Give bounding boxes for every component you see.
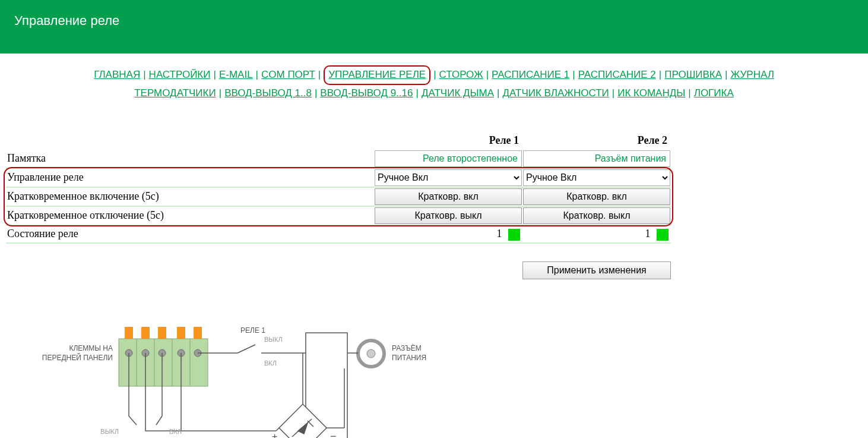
svg-rect-8 (177, 327, 185, 339)
col-header-relay-1: Реле 1 (374, 132, 522, 150)
nav-link[interactable]: ЖУРНАЛ (730, 69, 774, 80)
state-value-relay-1: 1 (497, 228, 502, 240)
page-header: Управление реле (0, 0, 868, 53)
row-label-short-on: Кратковременное включение (5с) (6, 187, 374, 206)
svg-text:+: + (272, 431, 277, 438)
svg-text:−: − (330, 430, 337, 438)
svg-text:РЕЛЕ 1: РЕЛЕ 1 (240, 326, 265, 335)
svg-text:ВКЛ: ВКЛ (264, 360, 277, 367)
nav-link[interactable]: E-MAIL (219, 69, 253, 80)
nav-link[interactable]: НАСТРОЙКИ (149, 69, 211, 80)
nav-link[interactable]: ИК КОМАНДЫ (617, 87, 685, 99)
nav-link-active: УПРАВЛЕНИЕ РЕЛЕ (324, 65, 430, 85)
short-off-button-relay-1[interactable]: Кратковр. выкл (375, 207, 522, 224)
nav-link[interactable]: ЛОГИКА (694, 87, 734, 99)
col-header-relay-2: Реле 2 (522, 132, 671, 150)
nav-link[interactable]: СТОРОЖ (439, 69, 483, 80)
row-label-state: Состояние реле (6, 225, 374, 243)
nav-link[interactable]: ВВОД-ВЫВОД 9..16 (320, 87, 413, 99)
schematic-diagram: КЛЕММЫ НА ПЕРЕДНЕЙ ПАНЕЛИ РЕЛЕ 1 ВЫКЛ ВК… (42, 315, 868, 438)
row-label-control: Управление реле (6, 168, 374, 187)
svg-text:ПИТАНИЯ: ПИТАНИЯ (392, 354, 426, 362)
svg-text:ПЕРЕДНЕЙ ПАНЕЛИ: ПЕРЕДНЕЙ ПАНЕЛИ (42, 353, 113, 362)
svg-rect-5 (125, 327, 133, 339)
memo-input-relay-2[interactable] (523, 150, 670, 167)
svg-line-33 (276, 428, 279, 431)
row-label-memo: Памятка (6, 150, 374, 168)
nav-link[interactable]: ДАТЧИК ВЛАЖНОСТИ (503, 87, 609, 99)
svg-text:ВЫКЛ: ВЫКЛ (264, 336, 283, 343)
state-indicator-relay-2 (657, 229, 669, 241)
page-title: Управление реле (14, 13, 119, 28)
row-label-short-off: Кратковременное отключение (5с) (6, 206, 374, 225)
nav-link[interactable]: ГЛАВНАЯ (94, 69, 140, 80)
svg-rect-6 (141, 327, 150, 339)
short-on-button-relay-1[interactable]: Кратковр. вкл (375, 188, 522, 205)
nav-link[interactable]: УПРАВЛЕНИЕ РЕЛЕ (328, 69, 426, 80)
nav-link[interactable]: РАСПИСАНИЕ 2 (578, 69, 656, 80)
svg-text:РАЗЪЁМ: РАЗЪЁМ (392, 344, 422, 352)
svg-point-39 (367, 349, 375, 358)
svg-rect-9 (194, 327, 202, 339)
nav-link[interactable]: ВВОД-ВЫВОД 1..8 (224, 87, 312, 99)
svg-line-18 (237, 345, 255, 353)
nav-link[interactable]: РАСПИСАНИЕ 1 (492, 69, 569, 80)
control-select-relay-2[interactable]: Ручное Вкл (523, 169, 670, 186)
relay-table: Реле 1 Реле 2 Памятка Управление реле Ру… (6, 132, 671, 244)
apply-button[interactable]: Применить изменения (522, 261, 671, 279)
nav-link[interactable]: COM ПОРТ (261, 69, 315, 80)
control-select-relay-1[interactable]: Ручное Вкл (375, 169, 522, 186)
nav-link[interactable]: ПРОШИВКА (664, 69, 722, 80)
svg-rect-7 (158, 327, 166, 339)
svg-text:КЛЕММЫ НА: КЛЕММЫ НА (69, 344, 113, 352)
memo-input-relay-1[interactable] (375, 150, 522, 167)
state-value-relay-2: 1 (645, 228, 651, 240)
top-nav: ГЛАВНАЯ|НАСТРОЙКИ|E-MAIL|COM ПОРТ|УПРАВЛ… (0, 65, 868, 102)
svg-text:ВЫКЛ: ВЫКЛ (100, 428, 119, 435)
short-off-button-relay-2[interactable]: Кратковр. выкл (523, 207, 670, 224)
svg-text:ВКЛ: ВКЛ (169, 428, 182, 435)
nav-link[interactable]: ТЕРМОДАТЧИКИ (134, 87, 216, 99)
short-on-button-relay-2[interactable]: Кратковр. вкл (523, 188, 670, 205)
nav-link[interactable]: ДАТЧИК ДЫМА (422, 87, 494, 99)
state-indicator-relay-1 (508, 229, 520, 241)
svg-rect-0 (119, 339, 208, 386)
